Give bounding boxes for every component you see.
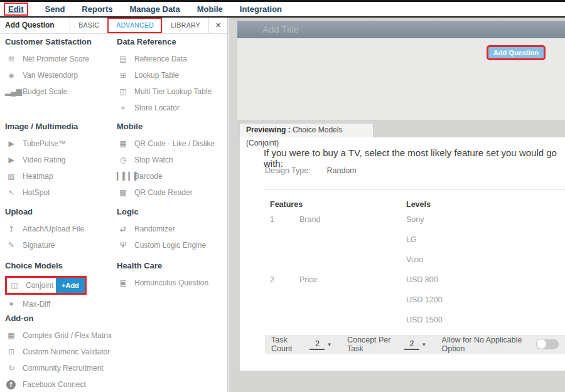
conjoint-preview-card: If you were to buy a TV, select the most… [239,137,565,371]
sidebar-item-facebook-connect[interactable]: fFacebook Connect [5,376,114,392]
signature-icon: ✎ [5,241,18,250]
sidebar-item-store-locator[interactable]: ⌖Store Locator [117,100,226,116]
close-icon[interactable]: ✕ [208,18,227,33]
survey-header-section: Add Question [237,38,565,120]
menu-item-mobile[interactable]: Mobile [197,4,223,14]
sidebar-item-label: Barcode [134,172,163,181]
question-type-list: Customer Satisfaction⑩Net Promoter Score… [0,34,227,392]
lookup-table-icon: ⊞ [117,71,129,80]
sidebar-item-signature[interactable]: ✎Signature [5,237,114,253]
sidebar-item-label: Signature [23,241,55,250]
sidebar-section: Choice Models◫Conjoint+Add✶Max-Diff [5,261,114,312]
sidebar-section: Health Care▣Homunculus Question [117,261,226,291]
no-applicable-option-label: Allow for No Applicable Option [442,336,529,353]
section-title: Upload [5,207,114,221]
divider [264,189,565,190]
map-pin-icon: ⌖ [117,103,129,112]
bar-chart-icon: ▂▄▆ [5,87,18,96]
concept-per-task-dropdown[interactable]: 2 ▾ [404,339,426,350]
sidebar-item-label: QR Code - Like / Dislike [134,139,215,148]
qr-reader-icon: ▩ [117,188,129,197]
level-value: USD 1200 [406,295,559,315]
sidebar-item-complex-grid-flex-matrix[interactable]: ▦Complex Grid / Flex Matrix [5,327,114,344]
image-icon: ▣ [117,278,129,287]
tab-basic[interactable]: BASIC [70,18,107,33]
add-question-button[interactable]: Add Question [488,47,544,58]
facebook-icon: f [6,380,16,389]
sidebar-section: Add-on▦Complex Grid / Flex Matrix⊡Custom… [5,314,114,392]
sidebar-section: Customer Satisfaction⑩Net Promoter Score… [5,37,114,100]
sidebar-item-max-diff[interactable]: ✶Max-Diff [5,296,114,312]
question-text: If you were to buy a TV, select the most… [264,147,565,169]
menu-item-integration[interactable]: Integration [240,4,282,14]
sidebar-item-lookup-table[interactable]: ⊞Lookup Table [117,67,226,83]
net-promoter-score-icon: ⑩ [5,55,18,63]
sidebar-item-attach-upload-file[interactable]: ↥Attach/Upload File [5,221,114,237]
sidebar-item-randomizer[interactable]: ⇄Randomizer [117,221,226,237]
sidebar-item-label: Conjoint [26,281,53,290]
survey-builder-window: Edit Send Reports Manage Data Mobile Int… [0,0,565,392]
film-play-icon: ▶ [5,139,18,148]
sidebar-item-video-rating[interactable]: ▶Video Rating [5,152,114,168]
sidebar-item-qr-code-reader[interactable]: ▩QR Code Reader [117,184,226,201]
question-type-column-right: Data Reference▤Reference Data⊞Lookup Tab… [117,34,226,392]
sidebar-item-label: Custom Logic Engine [134,241,206,250]
chevron-down-icon: ▾ [422,341,426,347]
feature-levels: SonyLGVizio [406,215,559,275]
concept-per-task-label: Concept Per Task [347,336,398,353]
sidebar-item-qr-code-like-dislike[interactable]: ▦QR Code - Like / Dislike [117,135,226,152]
tab-advanced[interactable]: ADVANCED [107,18,162,33]
menu-item-reports[interactable]: Reports [82,4,112,14]
question-type-column-left: Customer Satisfaction⑩Net Promoter Score… [5,34,114,392]
sidebar-item-budget-scale[interactable]: ▂▄▆Budget Scale [5,83,114,100]
menu-item-edit[interactable]: Edit [8,4,24,14]
sidebar-section: Data Reference▤Reference Data⊞Lookup Tab… [117,37,226,116]
add-question-panel: Add Question BASIC ADVANCED LIBRARY ✕ Cu… [0,18,228,392]
add-title-field[interactable]: Add Title [237,21,565,38]
panel-title: Add Question [0,18,70,33]
sidebar-item-community-recruitment[interactable]: ↻Community Recruitment [5,360,114,376]
sidebar-item-custom-logic-engine[interactable]: ΨCustom Logic Engine [117,237,226,253]
add-conjoint-button[interactable]: +Add [56,278,85,293]
sidebar-section: Image / Multimedia▶TubePulse™▶Video Rati… [5,122,114,201]
task-count-dropdown[interactable]: 2 ▾ [309,339,331,350]
shuffle-icon: ⇄ [117,225,129,233]
sidebar-item-tubepulse[interactable]: ▶TubePulse™ [5,135,114,152]
sidebar-section: Mobile▦QR Code - Like / Dislike◷Stop Wat… [117,122,226,201]
level-value: USD 1500 [406,315,559,336]
sidebar-item-label: Community Recruitment [23,364,104,373]
video-rating-icon: ▶ [5,156,18,164]
community-icon: ↻ [5,364,18,373]
tab-library[interactable]: LIBRARY [162,18,208,33]
sidebar-item-net-promoter-score[interactable]: ⑩Net Promoter Score [5,51,114,67]
upload-icon: ↥ [5,225,18,233]
sidebar-item-label: Lookup Table [134,71,179,80]
numeric-validator-icon: ⊡ [5,347,18,356]
sidebar-item-heatmap[interactable]: ▧Heatmap [5,168,114,184]
sidebar-item-reference-data[interactable]: ▤Reference Data [117,51,226,67]
sidebar-item-stop-watch[interactable]: ◷Stop Watch [117,152,226,168]
sidebar-item-conjoint[interactable]: ◫Conjoint [7,278,56,293]
sidebar-item-van-westendorp[interactable]: ◈Van Westendorp [5,67,114,83]
concept-per-task-value: 2 [404,339,419,350]
sidebar-item-hotspot[interactable]: ↖HotSpot [5,184,114,201]
sidebar-section: Logic⇄RandomizerΨCustom Logic Engine [117,207,226,253]
sidebar-item-label: Reference Data [134,55,187,63]
section-title: Add-on [5,314,114,327]
reference-data-icon: ▤ [117,55,129,63]
sidebar-item-multi-tier-lookup-table[interactable]: ◫Multi Tier Lookup Table [117,83,226,100]
sidebar-item-homunculus-question[interactable]: ▣Homunculus Question [117,275,226,291]
menu-item-send[interactable]: Send [45,4,65,14]
no-applicable-option-toggle[interactable] [536,339,559,349]
sidebar-item-custom-numeric-validator[interactable]: ⊡Custom Numeric Validator [5,344,114,360]
feature-row: 2PriceUSD 800USD 1200USD 1500 [270,275,559,336]
feature-number: 2 [270,275,299,284]
chevron-down-icon: ▾ [328,341,331,347]
sidebar-item-label: Homunculus Question [134,278,208,287]
sidebar-item-label: Custom Numeric Validator [23,347,110,356]
highlight-box-edit: Edit [4,3,28,16]
sidebar-item-barcode[interactable]: ▎▍▎▍Barcode [117,168,226,184]
features-header: Features [270,200,406,209]
sidebar-item-label: Heatmap [23,172,53,181]
menu-item-manage-data[interactable]: Manage Data [129,4,180,14]
